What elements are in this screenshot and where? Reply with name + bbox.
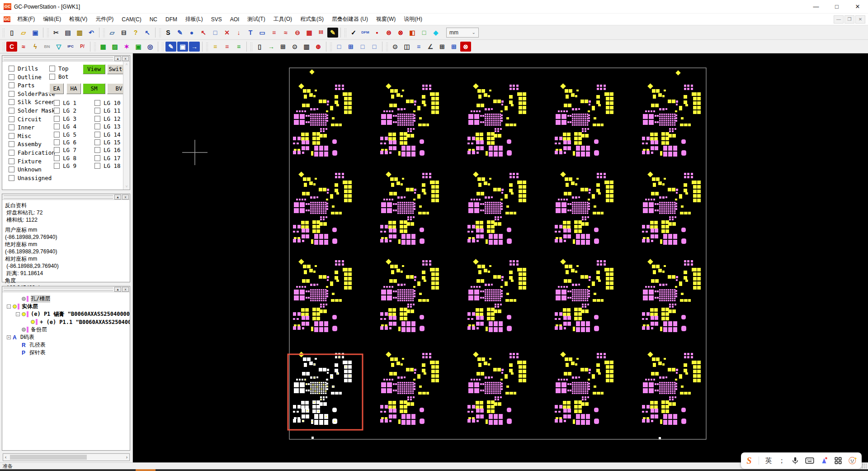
checkbox-bot[interactable] (49, 74, 55, 80)
pcb-canvas[interactable] (133, 53, 868, 462)
red-layers-icon[interactable]: ⊜ (383, 28, 394, 38)
clock-2-icon[interactable]: ⊙ (390, 42, 401, 52)
vertex-edit-icon[interactable]: ↖ (198, 28, 209, 38)
ipc-netlist-icon[interactable]: IPC (65, 42, 76, 52)
apps-grid-icon[interactable] (834, 457, 842, 465)
tree-item[interactable]: -(e) P1 锡膏 "B0060AXASS250400005 (2, 310, 130, 318)
ea-button[interactable]: EA (49, 83, 64, 94)
filter-funnel-icon[interactable]: ▽ (53, 42, 64, 52)
menu-item-stackup[interactable]: 层叠创建器 (U) (328, 14, 372, 25)
cam-c-icon[interactable]: C (6, 42, 17, 52)
menu-item-tools[interactable]: 工具(O) (269, 14, 296, 25)
toolbar-grip[interactable] (330, 42, 332, 51)
checkbox-misc[interactable] (9, 133, 14, 139)
select-frame-1-icon[interactable]: □ (334, 42, 344, 52)
tree-item[interactable]: + (e) P1.1 "B0060AXASS2504000 (2, 318, 130, 326)
menu-item-help[interactable]: 说明(H) (400, 14, 426, 25)
checkbox-lg-4[interactable] (54, 124, 60, 129)
punctuation-indicator[interactable]: ； (778, 457, 785, 465)
dfm-check-icon[interactable]: DFM (360, 28, 371, 38)
view-button[interactable]: View (83, 64, 105, 74)
scrollbar-thumb[interactable] (10, 455, 87, 460)
checkbox-solderpaste[interactable] (9, 91, 14, 97)
print-icon[interactable]: ⊟ (118, 28, 129, 38)
checkbox-lg-14[interactable] (94, 132, 100, 138)
tree-panel-header[interactable]: ▴ x (2, 286, 130, 292)
tree-item[interactable]: 备份层 (2, 326, 130, 333)
checkbox-lg-1[interactable] (54, 100, 60, 106)
panel-grab-handle[interactable] (4, 288, 113, 291)
checkbox-lg-18[interactable] (94, 163, 100, 169)
poly-select-icon[interactable]: □ (210, 28, 221, 38)
panel-grid-icon[interactable]: ▦ (98, 42, 108, 52)
checkbox-lg-12[interactable] (94, 116, 100, 122)
checkbox-lg-17[interactable] (94, 155, 100, 161)
panel-close-button[interactable]: x (122, 56, 129, 61)
add-grid-icon[interactable]: ⊞ (278, 42, 288, 52)
starburst-icon[interactable]: ✶ (121, 42, 132, 52)
menu-item-cam[interactable]: CAM(C) (118, 14, 145, 24)
scroll-down-arrow[interactable]: ˅ (126, 184, 128, 190)
red-plus-icon[interactable]: ▪ (372, 28, 382, 38)
scroll-left-arrow[interactable]: ‹ (3, 455, 8, 460)
checkbox-circuit[interactable] (9, 116, 14, 122)
barcode-icon[interactable]: ‖‖ (316, 28, 326, 38)
copy-icon[interactable]: ▤ (62, 28, 73, 38)
toolbar-grip[interactable] (159, 28, 161, 37)
help-icon[interactable]: ? (130, 28, 141, 38)
checkbox-assemby[interactable] (9, 141, 14, 147)
cross-op-icon[interactable]: ✕ (222, 28, 232, 38)
checkbox-solder-mask[interactable] (9, 108, 14, 114)
emoji-icon[interactable] (848, 456, 857, 465)
mdi-restore-button[interactable]: ❐ (844, 15, 854, 24)
maximize-button[interactable]: □ (826, 0, 847, 13)
panel-grid-small-icon[interactable]: ▨ (109, 42, 120, 52)
scroll-up-arrow[interactable]: ˄ (126, 62, 128, 67)
circle-op-icon[interactable]: ⊖ (292, 28, 303, 38)
checkbox-lg-7[interactable] (54, 147, 60, 153)
select-frame-3-icon[interactable]: □ (357, 42, 368, 52)
green-frame-icon[interactable]: □ (419, 28, 429, 38)
rect-tool-icon[interactable]: ▭ (257, 28, 268, 38)
menu-item-view[interactable]: 检视(V) (65, 14, 91, 25)
tree-item[interactable]: P探针表 (2, 349, 130, 357)
check-icon[interactable]: ✓ (348, 28, 359, 38)
panel-close-button[interactable]: x (122, 287, 129, 292)
select-frame-4-icon[interactable]: □ (369, 42, 380, 52)
droplet-icon[interactable]: ◆ (430, 28, 441, 38)
menu-item-part[interactable]: 元件(P) (91, 14, 118, 25)
skin-icon[interactable] (820, 457, 828, 465)
print-preview-icon[interactable]: ▱ (107, 28, 118, 38)
grid-2-icon[interactable]: ⊞ (437, 42, 448, 52)
paste-icon[interactable]: ▥ (74, 28, 85, 38)
toolbar-grip[interactable] (206, 42, 208, 51)
tree-item[interactable]: -实体层 (2, 303, 130, 310)
checkbox-lg-8[interactable] (54, 155, 60, 161)
checkbox-lg-15[interactable] (94, 139, 100, 145)
box-red-core-icon[interactable]: ▣ (177, 42, 188, 52)
checkbox-lg-13[interactable] (94, 124, 100, 129)
clock-icon[interactable]: ⊙ (289, 42, 300, 52)
sidebar-hscrollbar[interactable]: ‹ › (3, 453, 130, 461)
disk-op-icon[interactable]: ▦ (304, 28, 315, 38)
checkbox-drills[interactable] (9, 66, 14, 71)
expand-icon[interactable]: + (7, 335, 11, 339)
layer-compare-1-icon[interactable]: ≡ (210, 42, 221, 52)
stop-red-icon[interactable]: ⊗ (460, 42, 471, 52)
sogou-logo[interactable]: S (745, 456, 753, 466)
panel-collapse-button[interactable]: ▴ (114, 195, 121, 200)
point-icon[interactable]: ● (186, 28, 197, 38)
checkbox-outline[interactable] (9, 74, 14, 80)
toolbar-grip[interactable] (250, 42, 252, 51)
pencil-icon[interactable]: ✎ (175, 28, 185, 38)
info-panel-header[interactable]: ▴ x (2, 194, 130, 200)
toolbar-grip[interactable] (161, 42, 164, 51)
flatten-icon[interactable]: ≈ (18, 42, 29, 52)
menu-item-edit[interactable]: 编辑(E) (39, 14, 65, 25)
columns-icon[interactable]: ◫ (401, 42, 412, 52)
rows-icon[interactable]: ▥ (301, 42, 312, 52)
checkbox-fabrication[interactable] (9, 150, 14, 156)
minimize-button[interactable]: — (806, 0, 826, 13)
stack-lines-icon[interactable]: ≡ (269, 28, 279, 38)
green-square-icon[interactable]: ▣ (133, 42, 144, 52)
